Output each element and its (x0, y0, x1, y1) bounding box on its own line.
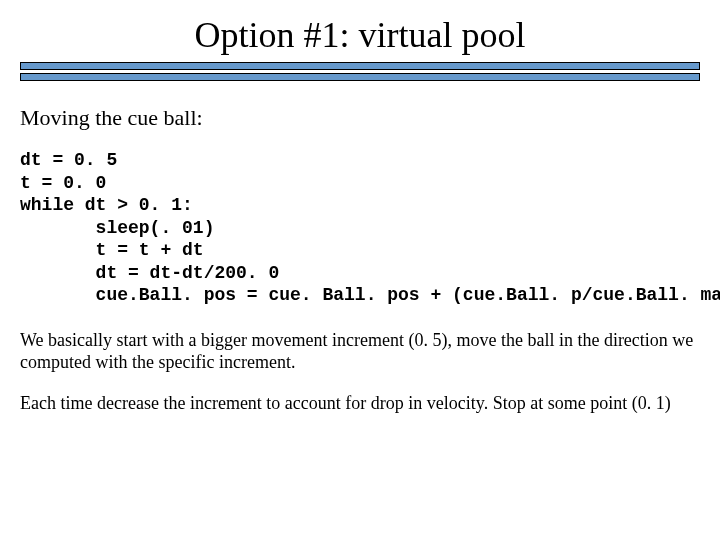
subheading: Moving the cue ball: (20, 105, 700, 131)
slide-title: Option #1: virtual pool (20, 14, 700, 56)
rule-bottom (20, 73, 700, 81)
rule-top (20, 62, 700, 70)
paragraph-1: We basically start with a bigger movemen… (20, 329, 700, 374)
paragraph-2: Each time decrease the increment to acco… (20, 392, 700, 415)
title-underline (20, 62, 700, 81)
code-block: dt = 0. 5 t = 0. 0 while dt > 0. 1: slee… (20, 149, 700, 307)
slide: Option #1: virtual pool Moving the cue b… (0, 0, 720, 540)
